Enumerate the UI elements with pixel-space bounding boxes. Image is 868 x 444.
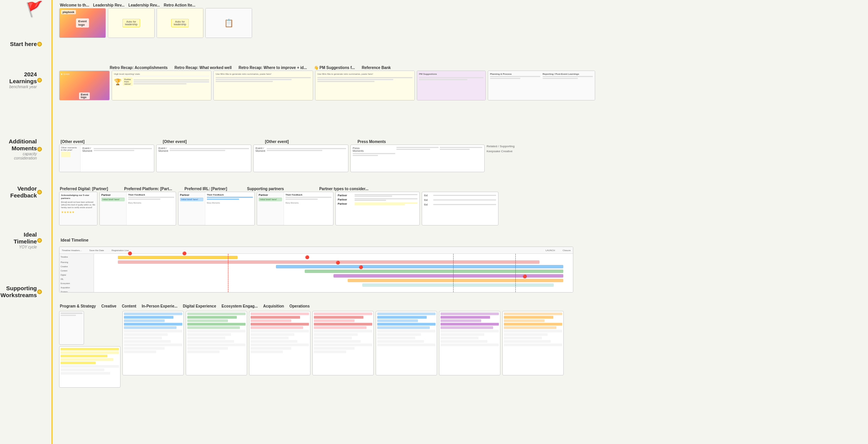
card-other3[interactable]: Event /Moment <box>253 145 348 172</box>
timeline-dot-learnings <box>37 78 42 82</box>
start-here-section: Welcome to th... Leadership Rev... Leade… <box>59 3 866 62</box>
ws-title-digital: Digital Experience <box>183 304 216 308</box>
ws-card-operations-main[interactable] <box>502 311 564 375</box>
related-keepsake: Related / Supporting Keepsake Creative <box>487 145 515 153</box>
ws-card-program-main[interactable] <box>59 346 120 388</box>
card-preferred-irl[interactable]: Partner Initial brief/ here! Their Feedb… <box>257 192 333 225</box>
sidebar-label-moments: AdditionalMoments <box>9 138 37 152</box>
vendor-section: Preferred Digital: [Partner] Preferred P… <box>59 187 866 235</box>
title-other1: [Other event] <box>61 140 84 144</box>
title-leadership1: Leadership Rev... <box>93 3 125 7</box>
card-reference-bank[interactable]: Planning & Process Reporting / Post-Even… <box>488 71 595 100</box>
sidebar-section-moments: AdditionalMoments capacity consideration <box>0 138 47 160</box>
sidebar-sublabel-learnings: benchmark year <box>9 85 37 89</box>
learnings-titles: Retro Recap: Accomplishments Retro Recap… <box>59 66 866 70</box>
timeline-section: Timeline Headers... Save the Date Regist… <box>59 247 866 296</box>
gantt-header-label: Timeline Headers... <box>62 249 82 252</box>
gbar-1 <box>118 256 238 259</box>
title-retro-action: Retro Action Ite... <box>164 3 195 7</box>
main-content: Welcome to th... Leadership Rev... Leade… <box>57 0 868 444</box>
start-flag-icon: 🚩 <box>26 0 46 18</box>
card-partner-types[interactable]: tbd tbd tbd <box>422 192 498 225</box>
card-retro-action[interactable]: 📋 <box>205 8 252 38</box>
ws-card-program-thumb[interactable] <box>59 311 84 345</box>
ws-card-inperson-main[interactable] <box>249 311 310 375</box>
gantt-launch: LAUNCH <box>546 249 555 252</box>
start-cards-row: playbook Eventlogo Asks forleadership As… <box>59 8 866 38</box>
ws-group-inperson <box>249 311 310 375</box>
learnings-section: Retro Recap: Accomplishments Retro Recap… <box>59 66 866 136</box>
card-event-logo-small[interactable]: ▶ Event Eventlogo <box>59 71 110 100</box>
ws-title-operations: Operations <box>289 304 310 308</box>
title-preferred-digital: Preferred Digital: [Partner] <box>60 187 108 191</box>
gbar-6 <box>348 279 563 282</box>
card-other2[interactable]: Event /Moment <box>156 145 251 172</box>
timeline-dot-timeline <box>37 238 42 243</box>
title-partner-types: Partner types to consider... <box>319 187 368 191</box>
workstream-titles: Program & Strategy Creative Content In-P… <box>59 304 866 308</box>
title-recap-improve: Retro Recap: Where to improve + id... <box>239 66 307 70</box>
card-leadership2[interactable]: Asks forleadership <box>157 8 203 38</box>
ws-title-acquisition: Acquisition <box>263 304 284 308</box>
card-supporting-partners[interactable]: Partner Partner <box>335 192 420 225</box>
card-pm-suggestions[interactable]: PM Suggestions <box>417 71 486 100</box>
ws-group-ecosystem <box>376 311 437 375</box>
gbar-4 <box>305 270 563 273</box>
ws-card-acquisition-main[interactable] <box>439 311 500 375</box>
ws-card-content-main[interactable] <box>186 311 247 375</box>
gbar-7 <box>362 283 554 287</box>
ws-card-digital-main[interactable] <box>312 311 374 375</box>
gantt-closure: Closure <box>563 249 571 252</box>
timeline-dot-moments <box>37 147 42 151</box>
vendor-cards-row: Acknowledging our 5-star partners [Emoji… <box>59 192 866 225</box>
workstream-cards-row <box>59 311 866 388</box>
sidebar-section-learnings: 2024 Learnings benchmark year <box>0 71 47 89</box>
moments-section: [Other event] [Other event] [Other event… <box>59 140 866 184</box>
card-recap-well[interactable]: Use Mini Alia to generate retro summarie… <box>213 71 313 100</box>
gbar-2 <box>118 260 539 264</box>
sidebar-label-learnings: 2024 Learnings <box>0 71 37 85</box>
title-press: Press Moments <box>358 140 386 144</box>
ws-group-program <box>59 311 120 388</box>
ws-group-creative <box>122 311 184 375</box>
card-preferred-platform[interactable]: Partner Initial brief/ here! Their Feedb… <box>178 192 255 225</box>
vendor-titles: Preferred Digital: [Partner] Preferred P… <box>59 187 866 191</box>
card-press[interactable]: PressMoments <box>350 145 485 172</box>
start-titles: Welcome to th... Leadership Rev... Leade… <box>59 3 866 7</box>
ws-group-digital <box>312 311 374 375</box>
sidebar-section-timeline: IdealTimeline YOY cycle <box>13 231 47 249</box>
sidebar-sublabel-moments: capacity consideration <box>0 152 37 160</box>
gbar-5 <box>333 274 563 278</box>
ws-group-content <box>186 311 247 375</box>
learnings-cards-row: ▶ Event Eventlogo High level reporting/ … <box>59 71 866 100</box>
card-vendor-star[interactable]: Acknowledging our 5-star partners [Emoji… <box>59 192 97 225</box>
title-other3: [Other event] <box>265 140 289 144</box>
timeline-dot-workstreams <box>37 289 42 294</box>
ws-card-creative-main[interactable] <box>122 311 184 375</box>
title-leadership2: Leadership Rev... <box>129 3 160 7</box>
ws-card-ecosystem-main[interactable] <box>376 311 437 375</box>
card-recap-improve[interactable]: Use Mini Alia to generate retro summarie… <box>315 71 415 100</box>
card-recap-accomp[interactable]: High level reporting/ stats 🏆 Kudosfromr… <box>112 71 211 100</box>
gantt-registration: Registration Live <box>112 249 129 252</box>
card-leadership1[interactable]: Asks forleadership <box>108 8 155 38</box>
timeline-dot-vendor <box>37 190 42 194</box>
ws-title-program: Program & Strategy <box>60 304 96 308</box>
title-recap-well: Retro Recap: What worked well <box>175 66 232 70</box>
page-layout: 🚩 Start here 2024 Learnings benchmark ye… <box>0 0 868 444</box>
title-reference-bank: Reference Bank <box>362 66 391 70</box>
card-welcome[interactable]: playbook Eventlogo <box>59 8 106 38</box>
card-preferred-digital[interactable]: Partner Initial brief/ here! Their Feedb… <box>99 192 176 225</box>
title-welcome: Welcome to th... <box>60 3 89 7</box>
sidebar-label-workstreams: SupportingWorkstreams <box>0 285 37 299</box>
sidebar-section-workstreams: SupportingWorkstreams <box>0 285 47 299</box>
ws-group-acquisition <box>439 311 500 375</box>
workstreams-section: Program & Strategy Creative Content In-P… <box>59 304 866 381</box>
title-supporting-partners: Supporting partners <box>247 187 284 191</box>
ws-title-ecosystem: Ecosystem Engag... <box>221 304 257 308</box>
moments-titles: [Other event] [Other event] [Other event… <box>59 140 866 144</box>
title-preferred-irl: Preferred IRL: [Partner] <box>185 187 227 191</box>
timeline-dot-start <box>37 42 42 46</box>
card-other1[interactable]: Other moments in the year! Event /Moment <box>59 145 154 172</box>
gantt-chart[interactable]: Timeline Headers... Save the Date Regist… <box>59 247 573 293</box>
